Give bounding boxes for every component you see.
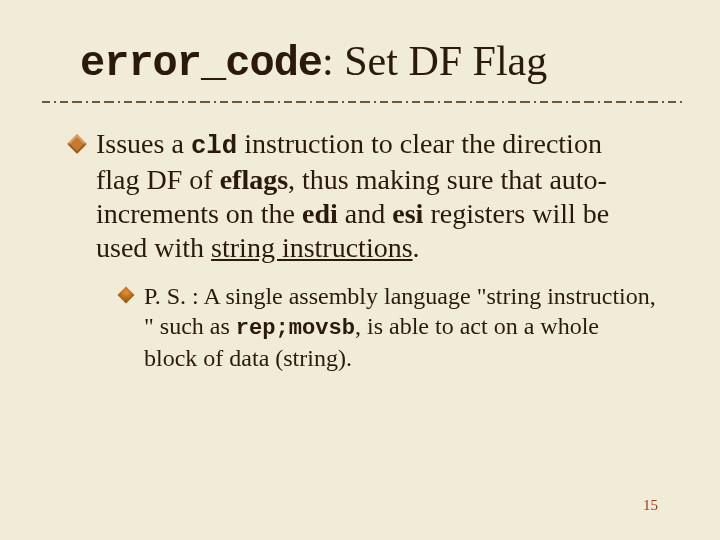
slide-title: error_code: Set DF Flag (80, 38, 678, 87)
underline-string-instructions: string instructions (211, 232, 412, 263)
text: Issues a (96, 128, 191, 159)
bullet-1: Issues a cld instruction to clear the di… (72, 127, 652, 372)
bold-edi: edi (302, 198, 338, 229)
bold-eflags: eflags (220, 164, 288, 195)
title-rest: : Set DF Flag (322, 38, 547, 84)
text: and (338, 198, 392, 229)
bold-esi: esi (392, 198, 423, 229)
page-number: 15 (643, 497, 658, 514)
sub-list: P. S. : A single assembly language "stri… (122, 281, 656, 373)
title-code: error_code (80, 40, 322, 88)
sub-bullet-1: P. S. : A single assembly language "stri… (122, 281, 656, 373)
inline-code-rep-movsb: rep;movsb (236, 316, 355, 341)
divider (42, 99, 682, 105)
slide: error_code: Set DF Flag Issues a cld ins… (0, 0, 720, 373)
text: . (413, 232, 420, 263)
main-list: Issues a cld instruction to clear the di… (72, 127, 652, 372)
inline-code-cld: cld (191, 132, 237, 161)
